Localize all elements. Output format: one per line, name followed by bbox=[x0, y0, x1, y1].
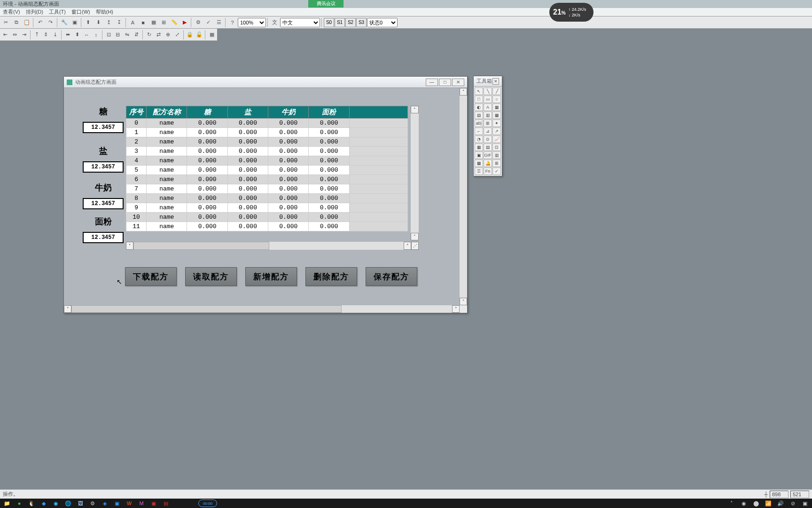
table-row[interactable]: 0name0.0000.0000.0000.000 bbox=[126, 119, 408, 128]
table-row[interactable]: 4name0.0000.0000.0000.000 bbox=[126, 156, 408, 166]
same-height-icon[interactable]: ↕ bbox=[92, 30, 101, 40]
flip-h-icon[interactable]: ⇋ bbox=[123, 30, 132, 40]
dist-v-icon[interactable]: ⬍ bbox=[73, 30, 82, 40]
undo-icon[interactable]: ↶ bbox=[35, 17, 45, 27]
scroll-down-icon[interactable]: ˅ bbox=[411, 233, 419, 240]
flip-v-icon[interactable]: ⇵ bbox=[132, 30, 141, 40]
new-recipe-button[interactable]: 新增配方 bbox=[245, 267, 297, 286]
tray-icon4[interactable]: ▣ bbox=[800, 499, 810, 508]
read-recipe-button[interactable]: 读取配方 bbox=[185, 267, 237, 286]
color-icon[interactable]: ■ bbox=[138, 17, 148, 27]
hscroll-thumb[interactable] bbox=[133, 242, 269, 250]
toolbox-tool-30[interactable]: ☰ bbox=[475, 167, 483, 175]
center-icon[interactable]: ⊕ bbox=[164, 30, 172, 40]
align-bottom-icon[interactable]: ⤓ bbox=[51, 30, 60, 40]
back-icon[interactable]: ⬇ bbox=[94, 17, 103, 27]
forward-icon[interactable]: ↥ bbox=[104, 17, 114, 27]
menu-view[interactable]: 查看(V) bbox=[0, 8, 23, 16]
table-row[interactable]: 1name0.0000.0000.0000.000 bbox=[126, 128, 408, 137]
qq-icon[interactable]: 🐧 bbox=[26, 499, 37, 508]
explorer-icon[interactable]: 📁 bbox=[2, 499, 12, 508]
toolbox-tool-27[interactable]: ▩ bbox=[475, 159, 483, 167]
grid-icon[interactable]: ▦ bbox=[148, 17, 158, 27]
scroll-down-icon[interactable]: ˅ bbox=[460, 298, 467, 305]
maximize-icon[interactable]: □ bbox=[439, 79, 451, 86]
cut-icon[interactable]: ✂ bbox=[1, 17, 11, 27]
app3-icon[interactable]: ◈ bbox=[100, 499, 110, 508]
tray-icon3[interactable]: ⊘ bbox=[788, 499, 798, 508]
toolbox-tool-20[interactable]: 📈 bbox=[492, 135, 501, 143]
toolbox-tool-8[interactable]: ▦ bbox=[492, 103, 501, 111]
toolbox-tool-11[interactable]: ▩ bbox=[492, 111, 501, 119]
toolbox-tool-2[interactable]: ╱ bbox=[492, 87, 501, 95]
mirror-icon[interactable]: ⇄ bbox=[154, 30, 163, 40]
toolbox-tool-22[interactable]: ▤ bbox=[484, 143, 492, 151]
help-icon[interactable]: ? bbox=[227, 17, 237, 27]
settings-icon[interactable]: ⚙ bbox=[87, 499, 98, 508]
toolbox-tool-29[interactable]: ⊞ bbox=[492, 159, 501, 167]
word-icon[interactable]: ▣ bbox=[112, 499, 122, 508]
props-icon[interactable]: ⚙ bbox=[193, 17, 203, 27]
state-select[interactable]: 状态0 bbox=[367, 18, 398, 27]
lock-icon[interactable]: 🔒 bbox=[185, 30, 194, 40]
wps-icon[interactable]: W bbox=[124, 499, 134, 508]
table-row[interactable]: 2name0.0000.0000.0000.000 bbox=[126, 137, 408, 147]
align-left-icon[interactable]: ⇤ bbox=[1, 30, 10, 40]
toolbox-tool-14[interactable]: ✦ bbox=[492, 119, 501, 127]
toolbox-tool-6[interactable]: ◐ bbox=[475, 103, 483, 111]
toolbox-tool-1[interactable]: ╲ bbox=[484, 87, 492, 95]
toolbox-tool-19[interactable]: ⊙ bbox=[484, 135, 492, 143]
design-canvas[interactable]: 糖 12.3457 盐 12.3457 牛奶 12.3457 面粉 12.345… bbox=[64, 88, 460, 305]
scroll-left-icon[interactable]: ˂ bbox=[64, 305, 71, 313]
lang-icon[interactable]: 文 bbox=[270, 17, 280, 27]
app2-icon[interactable]: ◉ bbox=[51, 499, 61, 508]
toolbox-palette[interactable]: 工具箱 ✕ ↖╲╱□▭○◐A▦▤▥▩ab|⊞✦⌐⊿↗◔⊙📈▦▤⊡▣GIF▥▩🔔⊞… bbox=[473, 76, 502, 176]
delete-recipe-button[interactable]: 删除配方 bbox=[305, 267, 357, 286]
param-input-sugar[interactable]: 12.3457 bbox=[83, 122, 124, 133]
tray-icon2[interactable]: ⬤ bbox=[751, 499, 761, 508]
app4-icon[interactable]: ▣ bbox=[148, 499, 159, 508]
state-s2[interactable]: S2 bbox=[345, 18, 356, 27]
toolbox-tool-10[interactable]: ▥ bbox=[484, 111, 492, 119]
front-icon[interactable]: ⬆ bbox=[83, 17, 93, 27]
window-vscroll[interactable]: ˄ ˅ bbox=[460, 88, 467, 305]
scroll-up-icon[interactable]: ˄ bbox=[411, 106, 419, 113]
toolbox-tool-32[interactable]: ✓ bbox=[492, 167, 501, 175]
toolbox-tool-23[interactable]: ⊡ bbox=[492, 143, 501, 151]
show-grid-icon[interactable]: ▦ bbox=[207, 30, 216, 40]
copy-icon[interactable]: ⧉ bbox=[11, 17, 21, 27]
save-recipe-button[interactable]: 保存配方 bbox=[366, 267, 417, 286]
tray-icon1[interactable]: ◉ bbox=[739, 499, 749, 508]
toolbox-tool-21[interactable]: ▦ bbox=[475, 143, 483, 151]
hscroll-thumb[interactable] bbox=[71, 305, 342, 313]
browser-icon[interactable]: 🌐 bbox=[63, 499, 73, 508]
grid-hscroll[interactable]: ˂ ˃ ⋰ bbox=[126, 242, 419, 250]
align-top-icon[interactable]: ⤒ bbox=[32, 30, 41, 40]
toolbox-tool-24[interactable]: ▣ bbox=[475, 151, 483, 159]
tencent-meeting-badge[interactable]: 腾讯会议 bbox=[308, 0, 344, 8]
table-row[interactable]: 9name0.0000.0000.0000.000 bbox=[126, 203, 408, 213]
menu-help[interactable]: 帮助(H) bbox=[93, 8, 116, 16]
param-input-milk[interactable]: 12.3457 bbox=[83, 198, 124, 209]
toolbox-tool-26[interactable]: ▥ bbox=[492, 151, 501, 159]
run-icon[interactable]: ▶ bbox=[180, 17, 189, 27]
record-timer[interactable]: 00:00 bbox=[198, 500, 217, 507]
scroll-up-icon[interactable]: ˄ bbox=[460, 88, 467, 95]
table-row[interactable]: 7name0.0000.0000.0000.000 bbox=[126, 184, 408, 194]
align-center-icon[interactable]: ⇔ bbox=[10, 30, 19, 40]
group-icon[interactable]: ⊡ bbox=[104, 30, 113, 40]
recipe-grid[interactable]: 序号 配方名称 糖 盐 牛奶 面粉 0name0.0000.0000.0000.… bbox=[126, 106, 419, 231]
lang-select[interactable]: 中文 bbox=[280, 18, 320, 27]
close-icon[interactable]: ✕ bbox=[452, 79, 464, 86]
expand-icon[interactable]: ⤢ bbox=[173, 30, 182, 40]
table-row[interactable]: 5name0.0000.0000.0000.000 bbox=[126, 166, 408, 175]
tray-speaker-icon[interactable]: 🔊 bbox=[775, 499, 786, 508]
toolbox-tool-28[interactable]: 🔔 bbox=[484, 159, 492, 167]
table-row[interactable]: 11name0.0000.0000.0000.000 bbox=[126, 222, 408, 231]
backward-icon[interactable]: ↧ bbox=[114, 17, 124, 27]
ungroup-icon[interactable]: ⊟ bbox=[113, 30, 122, 40]
paste-icon[interactable]: 📋 bbox=[22, 17, 31, 27]
download-recipe-button[interactable]: 下载配方 bbox=[125, 267, 177, 286]
wechat-icon[interactable]: ● bbox=[14, 499, 24, 508]
table-row[interactable]: 6name0.0000.0000.0000.000 bbox=[126, 175, 408, 184]
